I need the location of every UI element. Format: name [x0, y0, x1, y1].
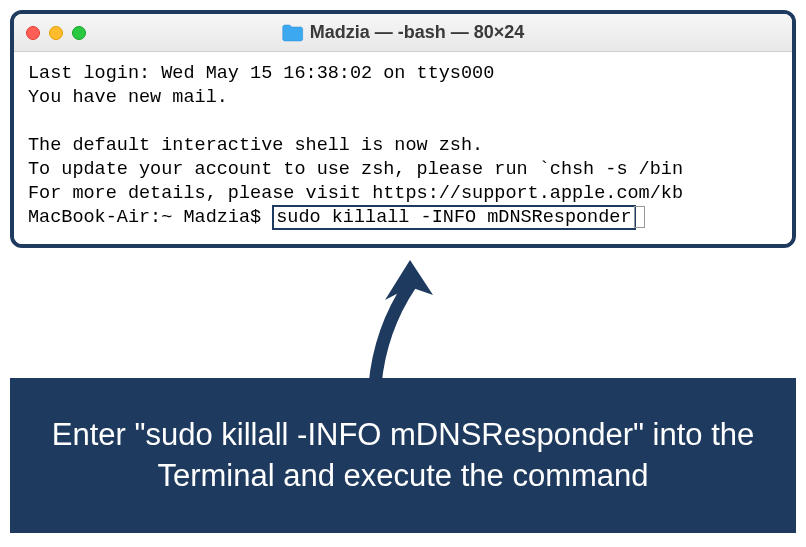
window-controls: [26, 26, 86, 40]
maximize-button[interactable]: [72, 26, 86, 40]
minimize-button[interactable]: [49, 26, 63, 40]
folder-icon: [282, 24, 304, 42]
annotation-arrow: [335, 255, 455, 385]
terminal-line: To update your account to use zsh, pleas…: [28, 159, 683, 180]
terminal-line: Last login: Wed May 15 16:38:02 on ttys0…: [28, 63, 494, 84]
command-highlight: sudo killall -INFO mDNSResponder: [272, 205, 635, 230]
terminal-prompt: MacBook-Air:~ Madzia$: [28, 207, 272, 228]
terminal-window: Madzia — -bash — 80×24 Last login: Wed M…: [10, 10, 796, 248]
terminal-content[interactable]: Last login: Wed May 15 16:38:02 on ttys0…: [14, 52, 792, 244]
terminal-line: You have new mail.: [28, 87, 228, 108]
window-title-text: Madzia — -bash — 80×24: [310, 22, 525, 43]
terminal-line: The default interactive shell is now zsh…: [28, 135, 483, 156]
close-button[interactable]: [26, 26, 40, 40]
terminal-line: For more details, please visit https://s…: [28, 183, 683, 204]
instruction-callout: Enter "sudo killall -INFO mDNSResponder"…: [10, 378, 796, 533]
terminal-prompt-line: MacBook-Air:~ Madzia$ sudo killall -INFO…: [28, 207, 645, 228]
terminal-command: sudo killall -INFO mDNSResponder: [276, 207, 631, 228]
instruction-text: Enter "sudo killall -INFO mDNSResponder"…: [43, 415, 763, 496]
window-title-bar: Madzia — -bash — 80×24: [14, 14, 792, 52]
terminal-cursor: [634, 206, 645, 228]
window-title: Madzia — -bash — 80×24: [282, 22, 525, 43]
